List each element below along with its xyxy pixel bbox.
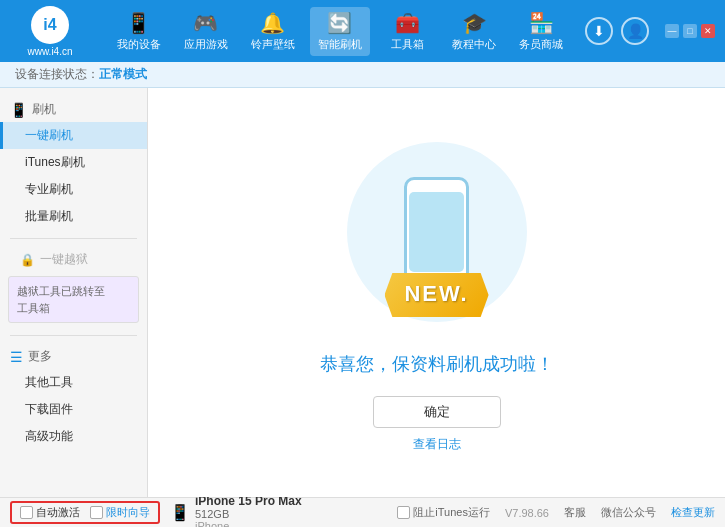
timed-guide-checkbox[interactable] xyxy=(90,506,103,519)
jailbreak-notice-text: 越狱工具已跳转至工具箱 xyxy=(17,285,105,314)
sidebar-more-label: 更多 xyxy=(28,348,52,365)
logo-char: i4 xyxy=(43,16,56,34)
device-section: 自动激活 限时向导 xyxy=(10,501,160,524)
auto-activate-control[interactable]: 自动激活 xyxy=(20,505,80,520)
nav-toolbox[interactable]: 🧰 工具箱 xyxy=(377,7,437,56)
logo-text: www.i4.cn xyxy=(27,46,72,57)
close-button[interactable]: ✕ xyxy=(701,24,715,38)
stop-itunes-label: 阻止iTunes运行 xyxy=(413,505,490,520)
nav-smart-flash[interactable]: 🔄 智能刷机 xyxy=(310,7,370,56)
wechat-link[interactable]: 微信公众号 xyxy=(601,505,656,520)
nav-service-label: 务员商城 xyxy=(519,37,563,52)
sidebar-section-jailbreak: 🔒 一键越狱 越狱工具已跳转至工具箱 xyxy=(0,243,147,331)
nav-ringtones[interactable]: 🔔 铃声壁纸 xyxy=(243,7,303,56)
sidebar-section-flash: 📱 刷机 一键刷机 iTunes刷机 专业刷机 批量刷机 xyxy=(0,93,147,234)
phone-illustration: ✦✦ NEW. ✦ xyxy=(327,132,547,332)
advanced-label: 高级功能 xyxy=(25,429,73,443)
status-bar: 设备连接状态： 正常模式 xyxy=(0,62,725,88)
sidebar-item-other-tools[interactable]: 其他工具 xyxy=(0,369,147,396)
new-banner: ✦✦ NEW. ✦ xyxy=(384,273,488,317)
auto-activate-label: 自动激活 xyxy=(36,505,80,520)
timed-guide-control[interactable]: 限时向导 xyxy=(90,505,150,520)
app-logo: i4 www.i4.cn xyxy=(10,6,90,57)
ringtones-icon: 🔔 xyxy=(260,11,285,35)
nav-my-device-label: 我的设备 xyxy=(117,37,161,52)
status-label: 设备连接状态： xyxy=(15,66,99,83)
auto-activate-checkbox[interactable] xyxy=(20,506,33,519)
itunes-flash-label: iTunes刷机 xyxy=(25,155,85,169)
sidebar-more-header[interactable]: ☰ 更多 xyxy=(0,344,147,369)
nav-smart-flash-label: 智能刷机 xyxy=(318,37,362,52)
sidebar-item-advanced[interactable]: 高级功能 xyxy=(0,423,147,450)
toolbox-icon: 🧰 xyxy=(395,11,420,35)
view-log-link[interactable]: 查看日志 xyxy=(413,436,461,453)
jailbreak-notice: 越狱工具已跳转至工具箱 xyxy=(8,276,139,323)
sidebar-item-pro-flash[interactable]: 专业刷机 xyxy=(0,176,147,203)
stop-itunes-control[interactable]: 阻止iTunes运行 xyxy=(397,505,490,520)
lock-icon: 🔒 xyxy=(20,253,35,267)
nav-apps-games-label: 应用游戏 xyxy=(184,37,228,52)
smart-flash-icon: 🔄 xyxy=(327,11,352,35)
success-text-content: 恭喜您，保资料刷机成功啦！ xyxy=(320,354,554,374)
version-info: V7.98.66 xyxy=(505,507,549,519)
status-mode: 正常模式 xyxy=(99,66,147,83)
user-button[interactable]: 👤 xyxy=(621,17,649,45)
flash-section-icon: 📱 xyxy=(10,102,27,118)
sidebar-item-one-key-flash[interactable]: 一键刷机 xyxy=(0,122,147,149)
nav-toolbox-label: 工具箱 xyxy=(391,37,424,52)
nav-service[interactable]: 🏪 务员商城 xyxy=(511,7,571,56)
sidebar-jailbreak-header: 🔒 一键越狱 xyxy=(0,247,147,272)
my-device-icon: 📱 xyxy=(126,11,151,35)
app-header: i4 www.i4.cn 📱 我的设备 🎮 应用游戏 🔔 铃声壁纸 🔄 智能刷机… xyxy=(0,0,725,62)
device-type: iPhone xyxy=(195,520,302,528)
sidebar-item-download-fw[interactable]: 下载固件 xyxy=(0,396,147,423)
sidebar-flash-header[interactable]: 📱 刷机 xyxy=(0,97,147,122)
confirm-button[interactable]: 确定 xyxy=(373,396,501,428)
device-storage: 512GB xyxy=(195,508,302,520)
minimize-button[interactable]: — xyxy=(665,24,679,38)
tutorials-icon: 🎓 xyxy=(462,11,487,35)
device-details: iPhone 15 Pro Max 512GB iPhone xyxy=(195,494,302,528)
nav-bar: 📱 我的设备 🎮 应用游戏 🔔 铃声壁纸 🔄 智能刷机 🧰 工具箱 🎓 教程中心… xyxy=(105,7,575,56)
logo-icon: i4 xyxy=(31,6,69,44)
nav-tutorials[interactable]: 🎓 教程中心 xyxy=(444,7,504,56)
nav-ringtones-label: 铃声壁纸 xyxy=(251,37,295,52)
sidebar: 📱 刷机 一键刷机 iTunes刷机 专业刷机 批量刷机 🔒 一键越狱 xyxy=(0,88,148,497)
restore-button[interactable]: □ xyxy=(683,24,697,38)
nav-tutorials-label: 教程中心 xyxy=(452,37,496,52)
sidebar-section-more: ☰ 更多 其他工具 下载固件 高级功能 xyxy=(0,340,147,454)
header-right-controls: ⬇ 👤 — □ ✕ xyxy=(585,17,715,45)
nav-apps-games[interactable]: 🎮 应用游戏 xyxy=(176,7,236,56)
bottom-bar: 自动激活 限时向导 📱 iPhone 15 Pro Max 512GB iPho… xyxy=(0,497,725,527)
new-badge: ✦✦ NEW. ✦ xyxy=(384,273,488,317)
check-update-link[interactable]: 检查更新 xyxy=(671,505,715,520)
stop-itunes-checkbox[interactable] xyxy=(397,506,410,519)
one-key-flash-label: 一键刷机 xyxy=(25,128,73,142)
download-fw-label: 下载固件 xyxy=(25,402,73,416)
customer-service-link[interactable]: 客服 xyxy=(564,505,586,520)
bottom-right: 阻止iTunes运行 V7.98.66 客服 微信公众号 检查更新 xyxy=(397,505,715,520)
other-tools-label: 其他工具 xyxy=(25,375,73,389)
nav-my-device[interactable]: 📱 我的设备 xyxy=(109,7,169,56)
batch-flash-label: 批量刷机 xyxy=(25,209,73,223)
divider-1 xyxy=(10,238,137,239)
sidebar-item-batch-flash[interactable]: 批量刷机 xyxy=(0,203,147,230)
sidebar-item-itunes-flash[interactable]: iTunes刷机 xyxy=(0,149,147,176)
content-area: ✦✦ NEW. ✦ 恭喜您，保资料刷机成功啦！ 确定 查看日志 xyxy=(148,88,725,497)
timed-guide-label: 限时向导 xyxy=(106,505,150,520)
device-phone-icon: 📱 xyxy=(170,503,190,522)
apps-games-icon: 🎮 xyxy=(193,11,218,35)
download-button[interactable]: ⬇ xyxy=(585,17,613,45)
phone-device xyxy=(404,177,469,287)
pro-flash-label: 专业刷机 xyxy=(25,182,73,196)
window-controls: — □ ✕ xyxy=(665,24,715,38)
more-section-icon: ☰ xyxy=(10,349,23,365)
divider-2 xyxy=(10,335,137,336)
service-icon: 🏪 xyxy=(529,11,554,35)
new-text: NEW. xyxy=(404,281,468,306)
phone-screen xyxy=(409,192,464,272)
phone-body xyxy=(404,177,469,287)
jailbreak-label: 一键越狱 xyxy=(40,251,88,268)
success-message: 恭喜您，保资料刷机成功啦！ xyxy=(320,352,554,376)
main-layout: 📱 刷机 一键刷机 iTunes刷机 专业刷机 批量刷机 🔒 一键越狱 xyxy=(0,88,725,497)
